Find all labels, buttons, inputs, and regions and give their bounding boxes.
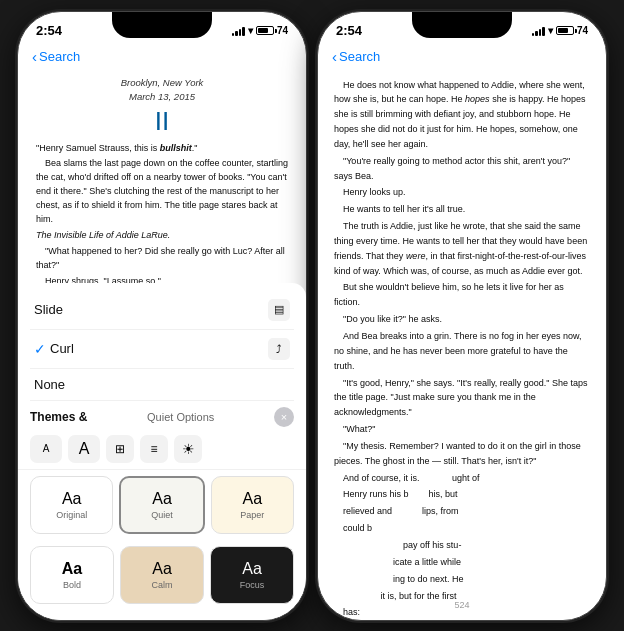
time-right: 2:54 [336,23,362,38]
nav-bar-right: ‹ Search [318,44,606,72]
close-button[interactable]: × [274,407,294,427]
right-para-18: ing to do next. He [334,572,590,587]
right-para-13: Henry runs his b his, but [334,487,590,502]
theme-paper-label: Paper [240,510,264,520]
wifi-icon-right: ▾ [548,25,553,36]
theme-paper-card[interactable]: Aa Paper [211,476,294,534]
slide-item-label: Slide [34,302,63,317]
notch-right [412,12,512,38]
curl-item-label: Curl [50,341,74,356]
font-increase-button[interactable]: A [68,435,100,463]
theme-calm-card[interactable]: Aa Calm [120,546,204,604]
theme-original-label: Original [56,510,87,520]
theme-bold-card[interactable]: Aa Bold [30,546,114,604]
curl-icon: ⤴ [268,338,290,360]
wifi-icon: ▾ [248,25,253,36]
status-icons-left: ▾ 74 [232,25,288,36]
theme-original-aa: Aa [62,490,82,508]
none-item-label: None [34,377,65,392]
battery-icon-right [556,26,574,35]
battery-pct: 74 [277,25,288,36]
para-2: Bea slams the last page down on the coff… [36,157,288,227]
slide-panel: Slide ▤ ✓ Curl ⤴ None [18,283,306,620]
book-content-right: He does not know what happened to Addie,… [318,72,606,621]
theme-focus-aa: Aa [242,560,262,578]
theme-bold-label: Bold [63,580,81,590]
nav-bar-left: ‹ Search [18,44,306,72]
slide-menu-item-slide[interactable]: Slide ▤ [30,291,294,330]
right-para-16: pay off his stu- [334,538,590,553]
back-label-right: Search [339,49,380,64]
right-para-3: Henry looks up. [334,185,590,200]
theme-quiet-label: Quiet [151,510,173,520]
right-para-5: The truth is Addie, just like he wrote, … [334,219,590,278]
font-style-button[interactable]: ⊞ [106,435,134,463]
right-para-7: "Do you like it?" he asks. [334,312,590,327]
page-number: 524 [318,600,606,610]
battery-pct-right: 74 [577,25,588,36]
right-para-14: relieved and lips, from [334,504,590,519]
theme-calm-label: Calm [151,580,172,590]
font-controls: A A ⊞ ≡ ☀ [18,431,306,470]
theme-focus-label: Focus [240,580,265,590]
right-para-1: He does not know what happened to Addie,… [334,78,590,152]
curl-item-right: ⤴ [268,338,290,360]
right-para-2: "You're really going to method actor thi… [334,154,590,184]
back-button-right[interactable]: ‹ Search [332,49,380,65]
right-para-4: He wants to tell her it's all true. [334,202,590,217]
theme-quiet-card[interactable]: Aa Quiet [119,476,204,534]
para-4: "What happened to her? Did she really go… [36,245,288,273]
right-phone: 2:54 ▾ 74 ‹ Search [317,11,607,621]
theme-quiet-aa: Aa [152,490,172,508]
battery-icon [256,26,274,35]
time-left: 2:54 [36,23,62,38]
book-location: Brooklyn, New York [36,76,288,91]
themes-quiet: Quiet Options [147,411,214,423]
right-para-6: But she wouldn't believe him, so he lets… [334,280,590,310]
themes-header: Themes & Quiet Options × [30,407,294,427]
back-button-left[interactable]: ‹ Search [32,49,80,65]
right-para-9: "It's good, Henry," she says. "It's real… [334,376,590,421]
signal-icon [232,26,245,36]
back-chevron-right: ‹ [332,48,337,65]
right-para-10: "What?" [334,422,590,437]
brightness-button[interactable]: ☀ [174,435,202,463]
phones-container: 2:54 ▾ 74 ‹ Search [17,11,607,621]
theme-focus-card[interactable]: Aa Focus [210,546,294,604]
book-header: Brooklyn, New York March 13, 2015 II [36,76,288,136]
theme-cards-row2: Aa Bold Aa Calm Aa Focus [18,540,306,610]
signal-icon-right [532,26,545,36]
battery-fill [258,28,268,33]
theme-original-card[interactable]: Aa Original [30,476,113,534]
right-para-11: "My thesis. Remember? I wanted to do it … [334,439,590,469]
theme-cards-row1: Aa Original Aa Quiet Aa Paper [18,470,306,540]
theme-calm-aa: Aa [152,560,172,578]
slide-menu: Slide ▤ ✓ Curl ⤴ None [18,291,306,401]
battery-fill-right [558,28,568,33]
slide-menu-item-curl[interactable]: ✓ Curl ⤴ [30,330,294,369]
theme-bold-aa: Aa [62,560,82,578]
notch-left [112,12,212,38]
themes-section: Themes & Quiet Options × [18,401,306,427]
para-3: The Invisible Life of Addie LaRue. [36,229,288,243]
right-para-15: could b [334,521,590,536]
status-icons-right: ▾ 74 [532,25,588,36]
theme-paper-aa: Aa [243,490,263,508]
book-date: March 13, 2015 [36,90,288,105]
right-para-8: And Bea breaks into a grin. There is no … [334,329,590,374]
left-phone: 2:54 ▾ 74 ‹ Search [17,11,307,621]
check-icon: ✓ [34,341,46,357]
layout-button[interactable]: ≡ [140,435,168,463]
chapter-number: II [36,107,288,136]
font-decrease-button[interactable]: A [30,435,62,463]
slide-item-right: ▤ [268,299,290,321]
slide-icon: ▤ [268,299,290,321]
back-label-left: Search [39,49,80,64]
para-1: "Henry Samuel Strauss, this is bullshit.… [36,142,288,156]
back-chevron-left: ‹ [32,48,37,65]
right-para-12: And of course, it is. ught of [334,471,590,486]
themes-title: Themes & [30,410,87,424]
slide-menu-item-none[interactable]: None [30,369,294,401]
right-para-17: icate a little while [334,555,590,570]
